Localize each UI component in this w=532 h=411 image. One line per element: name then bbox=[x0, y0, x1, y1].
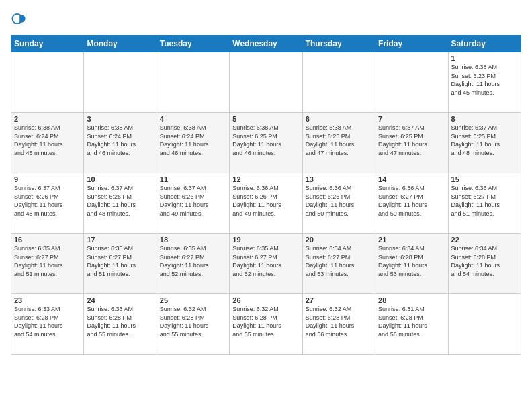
calendar-cell: 1Sunrise: 6:38 AM Sunset: 6:23 PM Daylig… bbox=[448, 52, 521, 113]
calendar-week-3: 9Sunrise: 6:37 AM Sunset: 6:26 PM Daylig… bbox=[11, 173, 521, 234]
day-number: 2 bbox=[14, 115, 81, 123]
day-number: 21 bbox=[378, 236, 445, 244]
day-info: Sunrise: 6:31 AM Sunset: 6:28 PM Dayligh… bbox=[378, 305, 445, 338]
day-number: 7 bbox=[378, 115, 445, 123]
day-number: 22 bbox=[451, 236, 518, 244]
weekday-header-tuesday: Tuesday bbox=[157, 36, 229, 52]
calendar-cell: 23Sunrise: 6:33 AM Sunset: 6:28 PM Dayli… bbox=[11, 294, 84, 355]
calendar-cell: 9Sunrise: 6:37 AM Sunset: 6:26 PM Daylig… bbox=[11, 173, 84, 234]
calendar-cell: 19Sunrise: 6:35 AM Sunset: 6:27 PM Dayli… bbox=[230, 234, 302, 294]
day-number: 24 bbox=[87, 296, 153, 304]
calendar-week-2: 2Sunrise: 6:38 AM Sunset: 6:24 PM Daylig… bbox=[11, 113, 521, 173]
day-info: Sunrise: 6:38 AM Sunset: 6:23 PM Dayligh… bbox=[451, 63, 518, 97]
day-info: Sunrise: 6:38 AM Sunset: 6:25 PM Dayligh… bbox=[232, 124, 299, 157]
day-number: 19 bbox=[232, 236, 299, 244]
calendar-cell: 18Sunrise: 6:35 AM Sunset: 6:27 PM Dayli… bbox=[157, 234, 229, 294]
day-number: 16 bbox=[14, 236, 81, 244]
weekday-header-saturday: Saturday bbox=[448, 36, 521, 52]
day-info: Sunrise: 6:38 AM Sunset: 6:24 PM Dayligh… bbox=[160, 124, 226, 157]
day-info: Sunrise: 6:33 AM Sunset: 6:28 PM Dayligh… bbox=[14, 305, 81, 338]
day-number: 27 bbox=[306, 296, 372, 304]
weekday-header-wednesday: Wednesday bbox=[230, 36, 302, 52]
day-info: Sunrise: 6:34 AM Sunset: 6:27 PM Dayligh… bbox=[306, 244, 372, 278]
calendar-cell: 17Sunrise: 6:35 AM Sunset: 6:27 PM Dayli… bbox=[84, 234, 157, 294]
calendar-week-5: 23Sunrise: 6:33 AM Sunset: 6:28 PM Dayli… bbox=[11, 294, 521, 355]
weekday-header-thursday: Thursday bbox=[302, 36, 375, 52]
calendar-cell: 8Sunrise: 6:37 AM Sunset: 6:25 PM Daylig… bbox=[448, 113, 521, 173]
calendar-cell: 2Sunrise: 6:38 AM Sunset: 6:24 PM Daylig… bbox=[11, 113, 84, 173]
day-info: Sunrise: 6:35 AM Sunset: 6:27 PM Dayligh… bbox=[87, 244, 153, 278]
day-number: 5 bbox=[232, 115, 299, 123]
weekday-header-monday: Monday bbox=[84, 36, 157, 52]
calendar-cell: 14Sunrise: 6:36 AM Sunset: 6:27 PM Dayli… bbox=[375, 173, 448, 234]
weekday-header-sunday: Sunday bbox=[11, 36, 84, 52]
day-number: 17 bbox=[87, 236, 153, 244]
day-info: Sunrise: 6:37 AM Sunset: 6:26 PM Dayligh… bbox=[160, 184, 226, 218]
day-number: 14 bbox=[378, 175, 445, 183]
day-number: 28 bbox=[378, 296, 445, 304]
weekday-header-friday: Friday bbox=[375, 36, 448, 52]
day-number: 4 bbox=[160, 115, 226, 123]
calendar-cell: 12Sunrise: 6:36 AM Sunset: 6:26 PM Dayli… bbox=[230, 173, 302, 234]
day-info: Sunrise: 6:34 AM Sunset: 6:28 PM Dayligh… bbox=[378, 244, 445, 278]
day-info: Sunrise: 6:36 AM Sunset: 6:27 PM Dayligh… bbox=[451, 184, 518, 218]
day-info: Sunrise: 6:32 AM Sunset: 6:28 PM Dayligh… bbox=[160, 305, 226, 338]
day-number: 9 bbox=[14, 175, 81, 183]
day-number: 18 bbox=[160, 236, 226, 244]
calendar-cell bbox=[448, 294, 521, 355]
day-info: Sunrise: 6:38 AM Sunset: 6:25 PM Dayligh… bbox=[306, 124, 372, 157]
calendar-cell bbox=[157, 52, 229, 113]
day-info: Sunrise: 6:35 AM Sunset: 6:27 PM Dayligh… bbox=[232, 244, 299, 278]
calendar-week-4: 16Sunrise: 6:35 AM Sunset: 6:27 PM Dayli… bbox=[11, 234, 521, 294]
calendar-cell: 20Sunrise: 6:34 AM Sunset: 6:27 PM Dayli… bbox=[302, 234, 375, 294]
calendar-header: SundayMondayTuesdayWednesdayThursdayFrid… bbox=[11, 36, 521, 52]
calendar-cell: 6Sunrise: 6:38 AM Sunset: 6:25 PM Daylig… bbox=[302, 113, 375, 173]
calendar-cell: 10Sunrise: 6:37 AM Sunset: 6:26 PM Dayli… bbox=[84, 173, 157, 234]
day-number: 26 bbox=[232, 296, 299, 304]
day-info: Sunrise: 6:36 AM Sunset: 6:26 PM Dayligh… bbox=[232, 184, 299, 218]
day-number: 10 bbox=[87, 175, 153, 183]
calendar-cell: 5Sunrise: 6:38 AM Sunset: 6:25 PM Daylig… bbox=[230, 113, 302, 173]
day-number: 13 bbox=[306, 175, 372, 183]
day-info: Sunrise: 6:37 AM Sunset: 6:25 PM Dayligh… bbox=[378, 124, 445, 157]
day-number: 11 bbox=[160, 175, 226, 183]
day-info: Sunrise: 6:38 AM Sunset: 6:24 PM Dayligh… bbox=[87, 124, 153, 157]
day-info: Sunrise: 6:36 AM Sunset: 6:27 PM Dayligh… bbox=[378, 184, 445, 218]
day-info: Sunrise: 6:35 AM Sunset: 6:27 PM Dayligh… bbox=[14, 244, 81, 278]
day-info: Sunrise: 6:37 AM Sunset: 6:26 PM Dayligh… bbox=[87, 184, 153, 218]
calendar-cell bbox=[230, 52, 302, 113]
day-info: Sunrise: 6:37 AM Sunset: 6:26 PM Dayligh… bbox=[14, 184, 81, 218]
calendar-cell: 25Sunrise: 6:32 AM Sunset: 6:28 PM Dayli… bbox=[157, 294, 229, 355]
day-info: Sunrise: 6:33 AM Sunset: 6:28 PM Dayligh… bbox=[87, 305, 153, 338]
day-number: 15 bbox=[451, 175, 518, 183]
day-info: Sunrise: 6:35 AM Sunset: 6:27 PM Dayligh… bbox=[160, 244, 226, 278]
calendar-cell: 27Sunrise: 6:32 AM Sunset: 6:28 PM Dayli… bbox=[302, 294, 375, 355]
calendar-cell: 21Sunrise: 6:34 AM Sunset: 6:28 PM Dayli… bbox=[375, 234, 448, 294]
calendar-cell: 26Sunrise: 6:32 AM Sunset: 6:28 PM Dayli… bbox=[230, 294, 302, 355]
calendar-cell: 15Sunrise: 6:36 AM Sunset: 6:27 PM Dayli… bbox=[448, 173, 521, 234]
calendar-cell bbox=[84, 52, 157, 113]
calendar-cell: 16Sunrise: 6:35 AM Sunset: 6:27 PM Dayli… bbox=[11, 234, 84, 294]
day-info: Sunrise: 6:32 AM Sunset: 6:28 PM Dayligh… bbox=[306, 305, 372, 338]
calendar-cell bbox=[302, 52, 375, 113]
day-number: 20 bbox=[306, 236, 372, 244]
day-number: 8 bbox=[451, 115, 518, 123]
day-number: 23 bbox=[14, 296, 81, 304]
calendar-cell bbox=[375, 52, 448, 113]
day-number: 3 bbox=[87, 115, 153, 123]
day-number: 12 bbox=[232, 175, 299, 183]
day-info: Sunrise: 6:32 AM Sunset: 6:28 PM Dayligh… bbox=[232, 305, 299, 338]
day-info: Sunrise: 6:37 AM Sunset: 6:25 PM Dayligh… bbox=[451, 124, 518, 157]
day-info: Sunrise: 6:34 AM Sunset: 6:28 PM Dayligh… bbox=[451, 244, 518, 278]
day-number: 6 bbox=[306, 115, 372, 123]
calendar-cell: 13Sunrise: 6:36 AM Sunset: 6:26 PM Dayli… bbox=[302, 173, 375, 234]
calendar-week-1: 1Sunrise: 6:38 AM Sunset: 6:23 PM Daylig… bbox=[11, 52, 521, 113]
calendar-cell: 24Sunrise: 6:33 AM Sunset: 6:28 PM Dayli… bbox=[84, 294, 157, 355]
day-info: Sunrise: 6:38 AM Sunset: 6:24 PM Dayligh… bbox=[14, 124, 81, 157]
calendar-cell: 11Sunrise: 6:37 AM Sunset: 6:26 PM Dayli… bbox=[157, 173, 229, 234]
day-info: Sunrise: 6:36 AM Sunset: 6:26 PM Dayligh… bbox=[306, 184, 372, 218]
day-number: 25 bbox=[160, 296, 226, 304]
calendar-cell: 4Sunrise: 6:38 AM Sunset: 6:24 PM Daylig… bbox=[157, 113, 229, 173]
calendar-cell: 7Sunrise: 6:37 AM Sunset: 6:25 PM Daylig… bbox=[375, 113, 448, 173]
logo bbox=[11, 11, 30, 27]
